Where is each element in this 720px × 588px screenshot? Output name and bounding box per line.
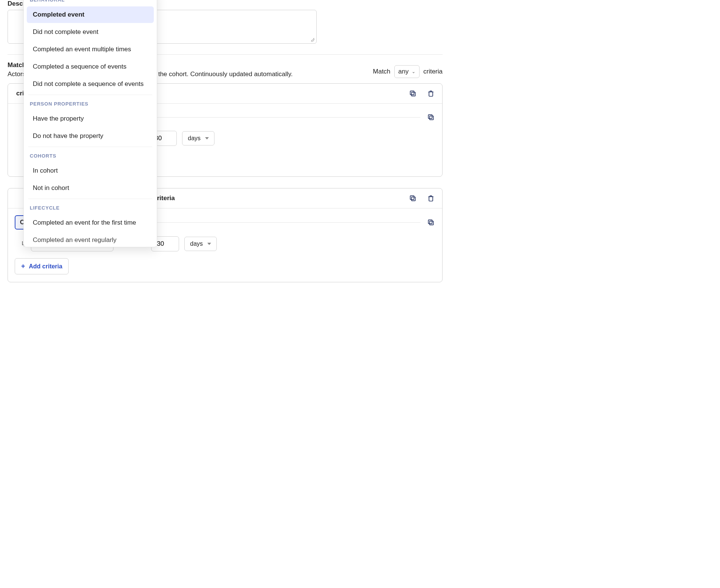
delete-group-icon[interactable]: [426, 89, 435, 98]
dropdown-item[interactable]: Did not complete a sequence of events: [27, 76, 154, 92]
duration-unit-select[interactable]: days: [182, 131, 214, 145]
dropdown-item[interactable]: Have the property: [27, 110, 154, 127]
dropdown-divider: [28, 147, 152, 147]
dropdown-item[interactable]: Completed event: [27, 6, 154, 23]
duration-unit-value: days: [190, 240, 203, 247]
criteria-type-dropdown[interactable]: BEHAVIORALCompleted eventDid not complet…: [23, 0, 157, 247]
dropdown-section-label: BEHAVIORAL: [24, 0, 157, 6]
duplicate-criteria-icon[interactable]: [426, 113, 435, 122]
dropdown-item[interactable]: Completed an event regularly: [27, 232, 154, 247]
match-label: Match: [373, 68, 390, 75]
duration-unit-value: days: [188, 135, 201, 142]
add-criteria-label: Add criteria: [29, 263, 63, 270]
dropdown-item[interactable]: Do not have the property: [27, 128, 154, 144]
svg-rect-1: [410, 91, 414, 95]
dropdown-item[interactable]: Completed an event for the first time: [27, 214, 154, 231]
svg-rect-5: [410, 196, 414, 199]
criteria-label: criteria: [423, 68, 443, 75]
dropdown-divider: [28, 199, 152, 199]
svg-rect-2: [430, 116, 434, 120]
dropdown-item[interactable]: In cohort: [27, 162, 154, 179]
caret-down-icon: [207, 243, 211, 245]
match-mode-value: any: [398, 68, 409, 75]
svg-rect-7: [428, 220, 432, 224]
dropdown-divider: [28, 95, 152, 95]
plus-icon: +: [21, 262, 25, 270]
dropdown-section-label: PERSON PROPERTIES: [24, 97, 157, 110]
duration-unit-select[interactable]: days: [184, 237, 217, 251]
svg-rect-6: [430, 221, 434, 225]
dropdown-section-label: COHORTS: [24, 149, 157, 162]
match-mode-select[interactable]: any ⌄: [394, 65, 420, 78]
add-criteria-button[interactable]: + Add criteria: [15, 258, 69, 274]
duplicate-group-icon[interactable]: [408, 89, 417, 98]
svg-rect-4: [412, 197, 415, 201]
dropdown-item[interactable]: Completed a sequence of events: [27, 58, 154, 75]
duplicate-criteria-icon[interactable]: [426, 218, 435, 227]
delete-group-icon[interactable]: [426, 194, 435, 203]
chevron-down-icon: ⌄: [412, 69, 415, 74]
caret-down-icon: [205, 137, 209, 139]
dropdown-item[interactable]: Not in cohort: [27, 180, 154, 196]
dropdown-item[interactable]: Did not complete event: [27, 24, 154, 40]
svg-rect-3: [428, 115, 432, 118]
svg-rect-0: [412, 92, 415, 96]
dropdown-section-label: LIFECYCLE: [24, 201, 157, 214]
dropdown-item[interactable]: Completed an event multiple times: [27, 41, 154, 58]
duplicate-group-icon[interactable]: [408, 194, 417, 203]
